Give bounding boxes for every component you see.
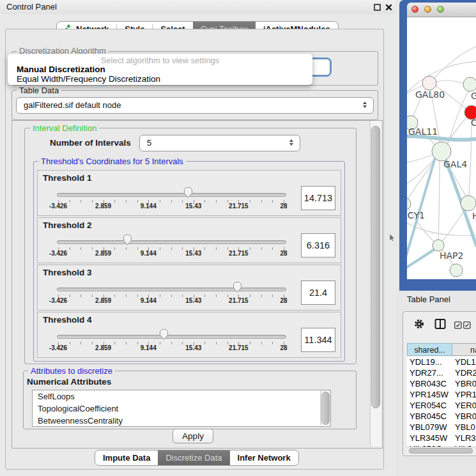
cell-shared-name: YPR145W xyxy=(410,389,449,400)
tick-mark xyxy=(114,200,115,203)
tick-label: 9.144 xyxy=(141,344,157,351)
table-row[interactable]: YPR145WYPR1 xyxy=(407,389,476,400)
dropdown-option-manual-discretization[interactable]: Manual Discretization xyxy=(17,65,105,74)
close-traffic-light-icon[interactable] xyxy=(411,6,418,13)
slider-thumb[interactable] xyxy=(233,281,242,293)
cell-name: YPR1 xyxy=(455,389,476,400)
zoom-traffic-light-icon[interactable] xyxy=(437,6,444,13)
table-row[interactable]: YDR27...YDR2 xyxy=(407,367,476,378)
tick-mark xyxy=(182,200,183,203)
slider-track[interactable] xyxy=(57,240,286,244)
list-item-betweennesscentrality[interactable]: BetweennessCentrality xyxy=(33,415,330,427)
tick-mark xyxy=(92,247,93,250)
list-item-topologicalcoefficient[interactable]: TopologicalCoefficient xyxy=(33,403,330,415)
minimize-traffic-light-icon[interactable] xyxy=(424,6,431,13)
tab-impute-data[interactable]: Impute Data xyxy=(95,450,158,465)
checkbox-icon[interactable] xyxy=(454,321,462,329)
threshold-value-field[interactable]: 14.713 xyxy=(301,186,335,210)
gear-icon[interactable] xyxy=(413,318,426,330)
threshold-value-field[interactable]: 21.4 xyxy=(301,280,335,305)
threshold-value-field[interactable]: 6.316 xyxy=(301,233,335,257)
numerical-attributes-label: Numerical Attributes xyxy=(27,377,111,387)
tick-mark xyxy=(70,342,70,344)
tick-mark xyxy=(216,200,217,203)
tick-mark xyxy=(92,200,93,203)
tick-label: 21.715 xyxy=(229,250,249,257)
threshold-group-3: Threshold 3-3.4262.8599.14415.4321.71528… xyxy=(37,265,341,311)
tick-label: 28 xyxy=(280,297,287,304)
tick-label: 21.715 xyxy=(229,203,249,210)
tick-mark xyxy=(160,200,160,203)
vertical-scrollbar-thumb[interactable] xyxy=(371,126,380,408)
threshold-group-4: Threshold 4-3.4262.8599.14415.4321.71528… xyxy=(37,312,341,358)
network-window-titlebar[interactable] xyxy=(407,3,476,17)
split-view-icon[interactable] xyxy=(434,318,447,330)
table-row[interactable]: YBR043CYBR0 xyxy=(407,378,476,389)
tick-label: 21.715 xyxy=(229,297,249,304)
tick-mark xyxy=(204,342,205,344)
tick-mark xyxy=(126,342,127,344)
cell-shared-name: YBR045C xyxy=(410,411,447,422)
slider-thumb[interactable] xyxy=(123,234,132,246)
tick-label: -3.426 xyxy=(49,203,67,210)
slider-thumb[interactable] xyxy=(183,187,193,199)
number-of-intervals-combobox[interactable]: 5 xyxy=(139,135,300,151)
table-row[interactable]: YBL079WYBL0 xyxy=(407,422,476,433)
table-row[interactable]: YBR045CYBR0 xyxy=(407,411,476,422)
list-scrollbar-thumb[interactable] xyxy=(321,392,330,425)
tick-mark xyxy=(204,295,205,297)
interval-definition-label: Interval Definition xyxy=(30,123,99,133)
slider-track[interactable] xyxy=(57,288,286,291)
slider-track[interactable] xyxy=(57,193,286,197)
tick-mark xyxy=(216,295,217,297)
number-of-intervals-value: 5 xyxy=(147,138,151,148)
tab-label: Impute Data xyxy=(103,453,150,463)
tick-mark xyxy=(261,247,262,250)
tick-label: -3.426 xyxy=(49,297,67,304)
threshold-label: Threshold 4 xyxy=(43,315,92,325)
list-item-selfloops[interactable]: SelfLoops xyxy=(33,390,330,403)
tick-mark xyxy=(272,295,273,297)
close-icon[interactable] xyxy=(385,3,393,12)
column-header-shared[interactable]: shared... xyxy=(407,343,452,356)
dropdown-option-equal-width-frequency[interactable]: Equal Width/Frequency Discretization xyxy=(17,74,160,84)
tick-mark xyxy=(204,247,205,250)
tick-mark xyxy=(92,342,93,344)
tick-mark xyxy=(250,342,250,344)
tick-mark xyxy=(227,295,228,297)
network-canvas[interactable] xyxy=(407,17,476,279)
horizontal-scrollbar-thumb[interactable] xyxy=(409,448,473,454)
threshold-value-field[interactable]: 11.344 xyxy=(301,328,335,352)
column-header-name[interactable]: na xyxy=(452,343,476,356)
tab-label: Discretize Data xyxy=(165,453,222,463)
table-row[interactable]: YDL19...YDL1 xyxy=(407,357,476,367)
tick-label: 15.43 xyxy=(185,250,201,257)
tab-infer-network[interactable]: Infer Network xyxy=(230,450,298,465)
table-row[interactable]: YER054CYER0 xyxy=(407,400,476,411)
tick-label: 15.43 xyxy=(185,203,201,210)
tab-discretize-data[interactable]: Discretize Data xyxy=(158,450,229,465)
cell-name: YBL0 xyxy=(455,422,475,433)
node-table: YDL19...YDL1YDR27...YDR2YBR043CYBR0YPR14… xyxy=(407,357,476,447)
cell-name: YBR0 xyxy=(455,378,476,389)
slider-thumb[interactable] xyxy=(159,328,169,341)
tick-mark xyxy=(137,247,138,250)
cell-shared-name: YLR345W xyxy=(410,433,447,443)
tick-mark xyxy=(182,295,183,297)
tick-mark xyxy=(171,342,172,344)
tick-mark xyxy=(250,295,250,297)
tick-mark xyxy=(114,295,115,297)
checkbox-icon[interactable] xyxy=(463,321,471,329)
apply-button[interactable]: Apply xyxy=(173,429,213,443)
thresholds-fieldset-label: Threshold's Coordinates for 5 Intervals xyxy=(38,157,186,166)
table-data-combobox[interactable]: galFiltered.sif default node xyxy=(16,97,374,114)
float-window-icon[interactable] xyxy=(373,3,381,12)
tab-label: Infer Network xyxy=(238,453,291,463)
threshold-label: Threshold 3 xyxy=(43,268,92,277)
tick-mark xyxy=(81,295,81,297)
application-window: Control Panel NetworkStyleSelectCyni Too… xyxy=(0,0,476,476)
tick-mark xyxy=(171,295,172,297)
slider-track[interactable] xyxy=(57,335,286,339)
tick-label: 28 xyxy=(280,344,287,351)
table-row[interactable]: YLR345WYLR3 xyxy=(407,433,476,443)
